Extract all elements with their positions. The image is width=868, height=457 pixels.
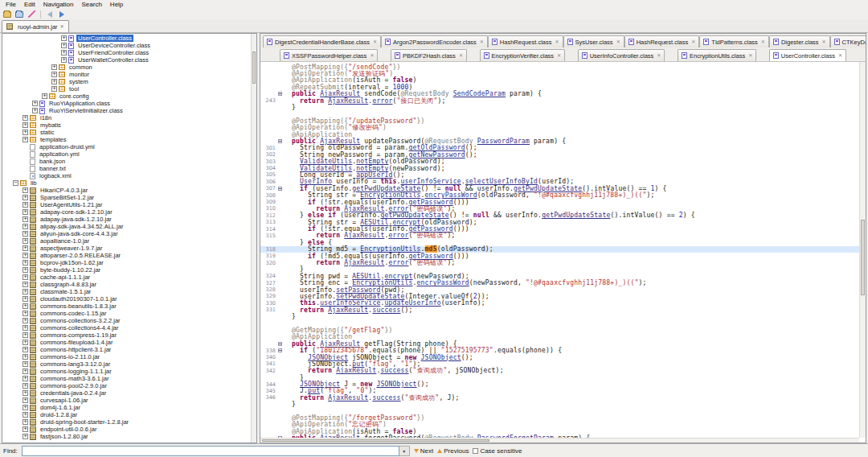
expand-icon[interactable]: + [61,43,67,48]
tree-item[interactable]: +commons-collections-3.2.2.jar [2,317,256,324]
expand-icon[interactable]: + [23,368,28,374]
tree-item[interactable]: +tool [2,85,256,93]
code-horizontal-scrollbar[interactable] [260,438,859,443]
code-link[interactable]: AjaxResult [344,259,384,266]
tree-item[interactable]: +commons-collections4-4.4.jar [2,324,256,331]
archive-tab[interactable]: ruoyi-admin.jar ✕ [2,20,69,32]
code-link[interactable]: error [388,259,408,266]
code-view[interactable]: @PostMapping({"/sendCode"}) @ApiOperatio… [260,62,859,438]
editor-tab[interactable]: EncryptionUtils.class✕ [678,49,756,61]
collapse-icon[interactable] [278,92,282,96]
collapse-icon[interactable] [278,139,282,143]
tree-item[interactable]: +commons-logging-1.1.1.jar [2,368,256,375]
code-link[interactable]: AjaxResult [328,97,368,105]
editor-tab[interactable]: EncryptionVerifier.class✕ [480,49,566,61]
tree-item[interactable]: +common [2,64,256,71]
tree-item[interactable]: +fastjson-1.2.80.jar [2,433,256,440]
open-file-button[interactable] [2,10,12,19]
editor-tab[interactable]: PBKDF2Hash.class✕ [391,49,467,61]
close-icon[interactable]: ✕ [373,39,377,44]
tree-item[interactable]: +UserAgentUtils-1.21.jar [2,201,256,208]
expand-icon[interactable]: + [23,296,28,302]
close-icon[interactable]: ✕ [616,39,620,44]
tree-item[interactable]: +monitor [2,71,256,78]
code-link[interactable]: JSONObject [421,354,461,361]
expand-icon[interactable]: + [23,434,28,439]
tree-item[interactable]: +classgraph-4.8.83.jar [2,281,256,288]
close-icon[interactable]: ✕ [657,53,661,58]
expand-icon[interactable]: + [23,209,28,215]
tree-item[interactable]: +commons-io-2.11.0.jar [2,353,256,360]
expand-icon[interactable]: + [51,64,57,70]
menu-navigation[interactable]: Navigation [39,1,78,8]
expand-icon[interactable]: + [23,390,28,396]
tree-item[interactable]: logback.xml [2,172,256,179]
tree-scrollbar[interactable] [251,34,256,443]
tree-item[interactable]: +endpoint-util-0.0.6.jar [2,426,256,433]
menu-help[interactable]: Help [106,1,127,8]
collapse-icon[interactable] [278,187,282,191]
search-button[interactable] [27,10,36,19]
expand-icon[interactable]: + [23,122,28,128]
expand-icon[interactable]: + [61,50,67,56]
tree-item[interactable]: +aspectjweaver-1.9.7.jar [2,245,256,252]
find-previous-button[interactable]: Previous [437,447,469,455]
expand-icon[interactable]: + [23,397,28,403]
tree-item[interactable]: +commons-fileupload-1.4.jar [2,339,256,346]
tree-item[interactable]: +aliyun-java-sdk-core-4.4.3.jar [2,230,256,237]
expand-icon[interactable]: + [32,108,38,113]
editor-tab[interactable]: UserController.class✕ [769,49,846,61]
tree-item[interactable]: +commons-beanutils-1.8.3.jar [2,303,256,310]
tree-item[interactable]: +commons-codec-1.15.jar [2,310,256,317]
expand-icon[interactable]: + [23,253,28,258]
expand-icon[interactable]: + [23,354,28,360]
tree-item[interactable]: +i18n [2,114,256,121]
code-link[interactable]: AjaxResult [336,367,376,374]
expand-icon[interactable]: + [23,361,28,367]
close-icon[interactable]: ✕ [822,39,826,44]
tree-item[interactable]: +UserWalletController.class [2,56,256,64]
expand-icon[interactable]: + [23,224,28,229]
editor-tab[interactable]: TldPatterns.class✕ [699,35,769,47]
open-type-button[interactable] [14,10,24,19]
close-icon[interactable]: ✕ [691,39,695,44]
tree-item[interactable]: +adapay-java-sdk-1.2.10.jar [2,216,256,223]
tree-item[interactable]: +core.config [2,93,256,100]
close-icon[interactable]: ✕ [557,53,561,58]
editor-tab[interactable]: HashRequest.class✕ [624,35,700,47]
tree-item[interactable]: +UserFriendController.class [2,49,256,56]
close-icon[interactable]: ✕ [60,24,64,29]
chevron-down-icon[interactable]: ▾ [399,446,410,456]
tree-item[interactable]: +commons-lang3-3.12.0.jar [2,360,256,368]
expand-icon[interactable]: + [61,57,67,63]
expand-icon[interactable]: + [23,260,28,266]
tree-item[interactable]: +cloudauth20190307-1.0.1.jar [2,295,256,303]
code-link[interactable]: success [380,367,408,374]
tree-scrollbar-thumb[interactable] [252,51,256,84]
collapse-icon[interactable]: − [13,180,18,186]
tree-item[interactable]: banner.txt [2,165,256,172]
close-icon[interactable]: ✕ [748,53,752,58]
tree-item[interactable]: +curvesapi-1.06.jar [2,397,256,404]
tree-item[interactable]: +attoparser-2.0.5.RELEASE.jar [2,252,256,259]
expand-icon[interactable]: + [23,195,28,200]
expand-icon[interactable]: + [23,231,28,237]
expand-icon[interactable]: + [23,115,28,121]
code-horizontal-scrollbar-thumb[interactable] [262,439,489,442]
expand-icon[interactable]: + [23,137,28,142]
expand-icon[interactable]: + [23,340,28,345]
tree-item[interactable]: +commons-httpclient-3.1.jar [2,346,256,353]
find-input[interactable] [22,446,399,456]
editor-tab[interactable]: Digester.class✕ [769,35,830,47]
expand-icon[interactable]: + [23,426,28,432]
expand-icon[interactable]: + [23,303,28,309]
tree-item[interactable]: +bcprov-jdk15on-1.62.jar [2,259,256,266]
code-link[interactable]: error [388,232,408,239]
forward-button[interactable] [57,10,67,19]
find-next-button[interactable]: Next [414,447,433,455]
expand-icon[interactable]: + [23,412,28,418]
expand-icon[interactable]: + [23,311,28,316]
menu-file[interactable]: File [2,1,20,8]
close-icon[interactable]: ✕ [459,53,463,58]
expand-icon[interactable]: + [23,238,28,244]
